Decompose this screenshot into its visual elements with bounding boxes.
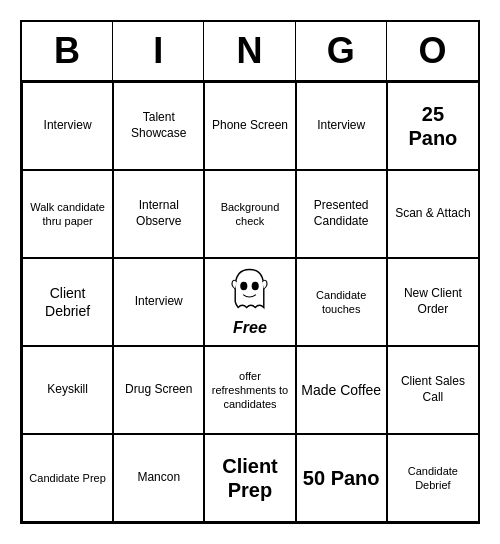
- cell-text: 50 Pano: [303, 466, 380, 490]
- cell-r2c1[interactable]: Walk candidate thru paper: [22, 170, 113, 258]
- header-b: B: [22, 22, 113, 80]
- cell-r2c2[interactable]: Internal Observe: [113, 170, 204, 258]
- cell-text: Client Debrief: [27, 284, 108, 320]
- cell-r4c3[interactable]: offer refreshments to candidates: [204, 346, 295, 434]
- cell-r2c3[interactable]: Background check: [204, 170, 295, 258]
- free-space: Free: [227, 266, 272, 339]
- cell-text: Interview: [317, 118, 365, 134]
- cell-r3c2[interactable]: Interview: [113, 258, 204, 346]
- cell-text: Internal Observe: [118, 198, 199, 229]
- header-o: O: [387, 22, 478, 80]
- bingo-header: B I N G O: [22, 22, 478, 82]
- cell-text: Interview: [44, 118, 92, 134]
- cell-r1c4[interactable]: Interview: [296, 82, 387, 170]
- cell-r5c1[interactable]: Candidate Prep: [22, 434, 113, 522]
- cell-text: Client Prep: [209, 454, 290, 502]
- bingo-card: B I N G O InterviewTalent ShowcasePhone …: [20, 20, 480, 524]
- cell-r1c1[interactable]: Interview: [22, 82, 113, 170]
- cell-r3c4[interactable]: Candidate touches: [296, 258, 387, 346]
- cell-r4c2[interactable]: Drug Screen: [113, 346, 204, 434]
- cell-text: Talent Showcase: [118, 110, 199, 141]
- cell-text: offer refreshments to candidates: [209, 369, 290, 412]
- cell-text: Phone Screen: [212, 118, 288, 134]
- cell-r5c5[interactable]: Candidate Debrief: [387, 434, 478, 522]
- cell-r3c1[interactable]: Client Debrief: [22, 258, 113, 346]
- header-n: N: [204, 22, 295, 80]
- cell-r3c3[interactable]: Free: [204, 258, 295, 346]
- cell-text: Presented Candidate: [301, 198, 382, 229]
- cell-r5c2[interactable]: Mancon: [113, 434, 204, 522]
- svg-point-1: [252, 281, 259, 290]
- cell-text: Client Sales Call: [392, 374, 474, 405]
- header-i: I: [113, 22, 204, 80]
- cell-r1c5[interactable]: 25 Pano: [387, 82, 478, 170]
- cell-r4c4[interactable]: Made Coffee: [296, 346, 387, 434]
- bingo-grid: InterviewTalent ShowcasePhone ScreenInte…: [22, 82, 478, 522]
- cell-r2c4[interactable]: Presented Candidate: [296, 170, 387, 258]
- cell-text: Drug Screen: [125, 382, 192, 398]
- cell-text: Background check: [209, 200, 290, 229]
- cell-text: New Client Order: [392, 286, 474, 317]
- cell-text: Candidate Prep: [29, 471, 105, 485]
- cell-r5c4[interactable]: 50 Pano: [296, 434, 387, 522]
- cell-r1c2[interactable]: Talent Showcase: [113, 82, 204, 170]
- cell-text: Keyskill: [47, 382, 88, 398]
- cell-text: 25 Pano: [408, 102, 457, 150]
- free-label: Free: [233, 318, 267, 339]
- cell-r5c3[interactable]: Client Prep: [204, 434, 295, 522]
- cell-text: Walk candidate thru paper: [27, 200, 108, 229]
- svg-point-0: [241, 281, 248, 290]
- cell-text: Interview: [135, 294, 183, 310]
- cell-r1c3[interactable]: Phone Screen: [204, 82, 295, 170]
- header-g: G: [296, 22, 387, 80]
- cell-text: Candidate touches: [301, 288, 382, 317]
- cell-r2c5[interactable]: Scan & Attach: [387, 170, 478, 258]
- cell-r3c5[interactable]: New Client Order: [387, 258, 478, 346]
- cell-text: Made Coffee: [301, 381, 381, 399]
- ghost-icon: [227, 266, 272, 316]
- cell-r4c1[interactable]: Keyskill: [22, 346, 113, 434]
- cell-text: Mancon: [137, 470, 180, 486]
- cell-r4c5[interactable]: Client Sales Call: [387, 346, 478, 434]
- cell-text: Scan & Attach: [395, 206, 470, 222]
- cell-text: Candidate Debrief: [392, 464, 474, 493]
